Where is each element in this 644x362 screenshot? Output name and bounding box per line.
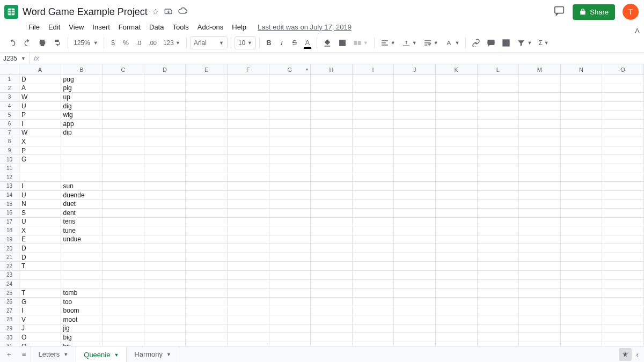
cell-G3[interactable] (269, 93, 311, 102)
column-header-L[interactable]: L (478, 64, 519, 75)
cell-N10[interactable] (561, 155, 603, 164)
cell-H2[interactable] (311, 84, 353, 93)
cell-D11[interactable] (144, 164, 186, 173)
cell-A28[interactable]: V (19, 315, 61, 324)
cell-I24[interactable] (353, 280, 394, 289)
cell-E25[interactable] (186, 289, 228, 298)
text-color-button[interactable]: A (302, 36, 313, 49)
cell-G11[interactable] (269, 164, 311, 173)
cell-F10[interactable] (228, 155, 269, 164)
italic-button[interactable]: I (276, 36, 288, 49)
cell-A11[interactable] (19, 164, 61, 173)
cell-D4[interactable] (144, 102, 186, 111)
cell-E8[interactable] (186, 137, 228, 146)
cell-E16[interactable] (186, 209, 228, 218)
cell-E23[interactable] (186, 271, 228, 280)
cell-I15[interactable] (353, 200, 394, 209)
cell-F16[interactable] (228, 209, 269, 218)
cell-O18[interactable] (602, 226, 644, 235)
cell-J11[interactable] (394, 164, 436, 173)
cell-A31[interactable]: O (19, 342, 61, 346)
cell-G16[interactable] (269, 209, 311, 218)
cell-F9[interactable] (228, 146, 269, 156)
cell-L2[interactable] (478, 84, 519, 93)
cell-M11[interactable] (519, 164, 561, 173)
cell-L9[interactable] (478, 146, 519, 156)
cell-J31[interactable] (394, 342, 436, 346)
format-percent[interactable]: % (120, 36, 132, 49)
cell-N23[interactable] (561, 271, 603, 280)
cell-I4[interactable] (353, 102, 394, 111)
cell-M7[interactable] (519, 129, 561, 138)
cell-O9[interactable] (602, 146, 644, 156)
menu-help[interactable]: Help (228, 21, 250, 33)
cell-C21[interactable] (103, 253, 144, 262)
borders-icon[interactable] (335, 36, 349, 49)
cell-N13[interactable] (561, 182, 603, 191)
cell-G18[interactable] (269, 226, 311, 235)
cell-M25[interactable] (519, 289, 561, 298)
cell-B10[interactable] (61, 155, 103, 164)
cell-K20[interactable] (436, 244, 478, 253)
row-header-8[interactable]: 8 (0, 137, 19, 146)
column-header-J[interactable]: J (394, 64, 436, 75)
cell-K24[interactable] (436, 280, 478, 289)
cell-K23[interactable] (436, 271, 478, 280)
cell-D1[interactable] (144, 75, 186, 84)
cell-J26[interactable] (394, 298, 436, 307)
cell-O3[interactable] (602, 93, 644, 102)
cell-D29[interactable] (144, 324, 186, 334)
column-header-H[interactable]: H (311, 64, 353, 75)
cell-H7[interactable] (311, 129, 353, 138)
cell-E17[interactable] (186, 218, 228, 227)
cell-L10[interactable] (478, 155, 519, 164)
cell-G10[interactable] (269, 155, 311, 164)
cell-L6[interactable] (478, 120, 519, 129)
cell-C24[interactable] (103, 280, 144, 289)
cell-N1[interactable] (561, 75, 603, 84)
cell-O13[interactable] (602, 182, 644, 191)
cell-L31[interactable] (478, 342, 519, 346)
cell-M16[interactable] (519, 209, 561, 218)
cell-M18[interactable] (519, 226, 561, 235)
cell-H19[interactable] (311, 235, 353, 245)
cell-E26[interactable] (186, 298, 228, 307)
cell-J23[interactable] (394, 271, 436, 280)
cell-I21[interactable] (353, 253, 394, 262)
cell-N8[interactable] (561, 137, 603, 146)
row-header-31[interactable]: 31 (0, 342, 19, 346)
cell-M1[interactable] (519, 75, 561, 84)
cell-B25[interactable]: tomb (61, 289, 103, 298)
cell-H29[interactable] (311, 324, 353, 334)
cell-A14[interactable]: U (19, 191, 61, 200)
cell-L17[interactable] (478, 218, 519, 227)
cell-E31[interactable] (186, 342, 228, 346)
horizontal-align-icon[interactable]: ▼ (378, 36, 398, 49)
cell-B12[interactable] (61, 173, 103, 182)
cell-A18[interactable]: X (19, 226, 61, 235)
cell-M26[interactable] (519, 298, 561, 307)
cell-D24[interactable] (144, 280, 186, 289)
cell-M5[interactable] (519, 110, 561, 120)
undo-icon[interactable] (5, 36, 19, 49)
cell-M6[interactable] (519, 120, 561, 129)
cell-C13[interactable] (103, 182, 144, 191)
row-header-9[interactable]: 9 (0, 146, 19, 156)
cell-K1[interactable] (436, 75, 478, 84)
cell-K17[interactable] (436, 218, 478, 227)
cell-H10[interactable] (311, 155, 353, 164)
cell-L1[interactable] (478, 75, 519, 84)
cell-B8[interactable] (61, 137, 103, 146)
row-header-22[interactable]: 22 (0, 262, 19, 271)
cell-L12[interactable] (478, 173, 519, 182)
cell-K14[interactable] (436, 191, 478, 200)
cell-K27[interactable] (436, 306, 478, 315)
font-family-selector[interactable]: Arial▼ (190, 36, 228, 49)
cell-L25[interactable] (478, 289, 519, 298)
cell-F6[interactable] (228, 120, 269, 129)
cell-C17[interactable] (103, 218, 144, 227)
cell-D13[interactable] (144, 182, 186, 191)
row-header-1[interactable]: 1 (0, 75, 19, 84)
cell-C10[interactable] (103, 155, 144, 164)
fill-color-icon[interactable] (320, 36, 334, 49)
